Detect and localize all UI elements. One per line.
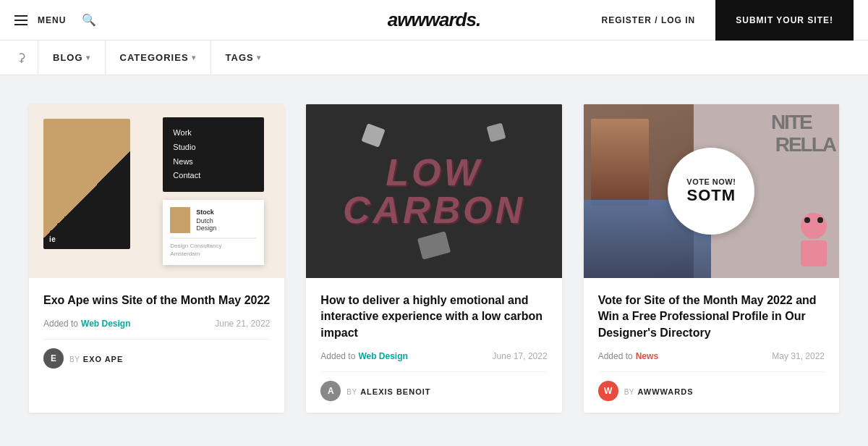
card-1-mockup: ie WorkStudioNewsContact Stock Dut [29,104,284,278]
card-2-category[interactable]: Web Design [358,351,407,361]
card-2-author-by: BY [346,388,357,396]
sotm-name-text: NITE RELLA [771,112,835,156]
card-1-image: ie WorkStudioNewsContact Stock Dut [29,104,284,278]
card-2-title: How to deliver a highly emotional and in… [320,293,547,341]
card-3-added-to: Added to [598,351,633,361]
low-carbon-container: LOWCARBON [306,104,561,278]
blog-label: BLOG [53,52,83,63]
card-3-author-name: AWWWARDS [637,387,693,396]
card-2-avatar: A [320,381,341,401]
card-3-author-by: BY [624,388,634,396]
floating-cube-2 [486,123,506,143]
sotm-container: NITE RELLA K/IRSNERBE [584,104,839,278]
card-1-body: Exo Ape wins Site of the Month May 2022 … [29,278,284,380]
card-3-meta: Added to News May 31, 2022 [598,351,825,361]
card-2-author: A BY ALEXIS BENOIT [320,371,547,401]
tags-nav-item[interactable]: TAGS ▾ [210,41,276,75]
card-2-body: How to deliver a highly emotional and in… [306,278,561,413]
menu-label[interactable]: MENU [38,15,66,25]
card-3-meta-left: Added to News [598,351,658,361]
main-content: ie WorkStudioNewsContact Stock Dut [0,75,868,442]
blog-chevron: ▾ [86,54,90,62]
mockup-card-bottom: Stock Dutch Design Design ConsultancyAms… [163,200,264,265]
mockup-screen-top: WorkStudioNewsContact [163,117,264,192]
card-1-added-to: Added to [43,319,78,329]
card-1-author: E BY EXO APE [43,339,270,369]
submit-site-button[interactable]: SUBMIT YOUR SITE! [715,0,854,41]
top-navigation: MENU 🔍 awwwards. REGISTER / LOG IN SUBMI… [0,0,868,41]
card-2-author-name: ALEXIS BENOIT [360,387,430,396]
filter-icon[interactable]: ⚳ [17,51,26,64]
tags-label: TAGS [226,52,254,63]
card-3-body: Vote for Site of the Month May 2022 and … [584,278,839,413]
card-1-date: June 21, 2022 [215,319,270,329]
card-2: LOWCARBON How to deliver a highly emotio… [306,104,561,413]
sub-navigation: ⚳ BLOG ▾ CATEGORIES ▾ TAGS ▾ [0,41,868,75]
card-1-meta-left: Added to Web Design [43,319,131,329]
categories-nav-item[interactable]: CATEGORIES ▾ [105,41,210,75]
card-3-image: NITE RELLA K/IRSNERBE [584,104,839,278]
card-2-added-to: Added to [320,351,355,361]
top-nav-left: MENU 🔍 [14,13,294,27]
site-logo[interactable]: awwwards. [294,9,574,31]
card-2-meta-left: Added to Web Design [320,351,408,361]
mockup-person: ie [43,119,130,249]
card-1-author-by: BY [69,355,80,363]
card-2-meta: Added to Web Design June 17, 2022 [320,351,547,361]
card-1-avatar: E [43,348,64,369]
low-carbon-text: LOWCARBON [343,153,525,229]
card-3-author-info: BY AWWWARDS [624,384,694,397]
card-3-title: Vote for Site of the Month May 2022 and … [598,293,825,341]
categories-chevron: ▾ [192,54,196,62]
menu-icon[interactable] [14,15,27,25]
card-1-meta: Added to Web Design June 21, 2022 [43,319,270,329]
floating-cube-1 [362,123,386,147]
sotm-vote-label: VOTE NOW! [686,177,736,186]
card-3-category[interactable]: News [636,351,658,361]
sotm-circle: VOTE NOW! SOTM [668,148,754,235]
card-1-author-info: BY EXO APE [69,352,123,365]
categories-label: CATEGORIES [120,52,189,63]
sotm-character [796,213,832,264]
floating-cube-3 [417,231,451,259]
card-2-image: LOWCARBON [306,104,561,278]
card-2-date: June 17, 2022 [493,351,548,361]
card-3-author: W BY AWWWARDS [598,371,825,401]
card-1-category[interactable]: Web Design [81,319,130,329]
cards-grid: ie WorkStudioNewsContact Stock Dut [29,104,839,413]
search-icon[interactable]: 🔍 [82,13,96,27]
register-login-link[interactable]: REGISTER / LOG IN [602,15,696,25]
card-3-avatar: W [598,381,618,401]
card-2-author-info: BY ALEXIS BENOIT [346,384,430,397]
sotm-label: SOTM [687,186,736,205]
card-1: ie WorkStudioNewsContact Stock Dut [29,104,284,413]
card-1-author-name: EXO APE [83,355,124,363]
tags-chevron: ▾ [257,54,261,62]
card-3: NITE RELLA K/IRSNERBE [584,104,839,413]
card-3-date: May 31, 2022 [772,351,825,361]
card-1-title: Exo Ape wins Site of the Month May 2022 [43,293,270,308]
top-nav-right: REGISTER / LOG IN SUBMIT YOUR SITE! [574,0,854,41]
blog-nav-item[interactable]: BLOG ▾ [38,41,105,75]
